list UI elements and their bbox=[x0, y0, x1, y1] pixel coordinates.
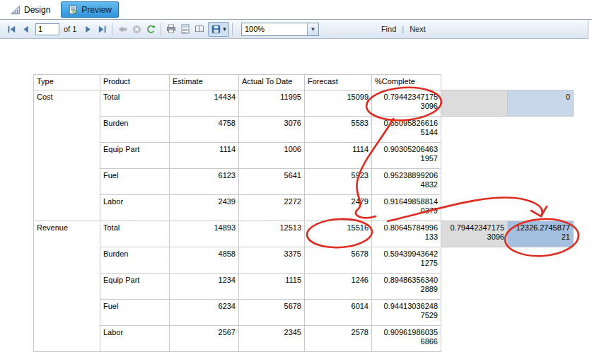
cell-actual: 11995 bbox=[239, 90, 305, 117]
last-page-button[interactable] bbox=[95, 22, 109, 36]
cell-actual: 3076 bbox=[239, 117, 305, 143]
tab-preview[interactable]: Preview bbox=[61, 1, 119, 18]
cell-product: Fuel bbox=[100, 169, 170, 195]
cell-estimate: 2439 bbox=[170, 195, 239, 221]
cell-forecast: 5583 bbox=[305, 117, 372, 143]
tab-design[interactable]: Design bbox=[4, 1, 57, 18]
find-next-link[interactable]: Next bbox=[410, 25, 426, 33]
print-button[interactable] bbox=[164, 22, 178, 36]
cell-extra-blue: 12326.2745877 21 bbox=[508, 221, 574, 247]
cell-actual: 2345 bbox=[239, 326, 305, 352]
table-row: Labor 2439 2272 2479 0.91649858814 0379 bbox=[34, 195, 574, 221]
first-page-icon bbox=[6, 24, 17, 35]
cell-estimate: 14434 bbox=[170, 90, 239, 117]
zoom-value: 100% bbox=[242, 25, 307, 33]
find-next-divider: | bbox=[402, 25, 404, 33]
cell-pct-complete: 0.80645784996 133 bbox=[372, 221, 441, 247]
cell-product: Labor bbox=[100, 326, 170, 352]
table-row: Cost Total 14434 11995 15099 0.794423471… bbox=[34, 90, 574, 117]
back-to-parent-button[interactable] bbox=[115, 22, 129, 36]
cell-type-group: Revenue bbox=[34, 221, 100, 352]
cell-product: Total bbox=[100, 90, 170, 117]
cell-extra-gray: 0.79442347175 3096 bbox=[441, 221, 508, 247]
cell-forecast: 1114 bbox=[305, 143, 372, 169]
cell-estimate: 1234 bbox=[170, 274, 239, 300]
report-designer-window: Design Preview bbox=[0, 0, 592, 364]
last-page-icon bbox=[97, 24, 108, 35]
refresh-icon bbox=[146, 24, 156, 35]
page-setup-icon bbox=[194, 23, 205, 35]
cell-actual: 2272 bbox=[239, 195, 305, 221]
report-preview-area: Type Product Estimate Actual To Date For… bbox=[0, 39, 592, 364]
cell-estimate: 14893 bbox=[170, 221, 239, 247]
design-tab-icon bbox=[11, 5, 21, 15]
column-header-actual-to-date: Actual To Date bbox=[239, 75, 305, 90]
export-button[interactable]: ▾ bbox=[208, 22, 229, 37]
cell-extra-blue: 0 bbox=[508, 90, 574, 117]
cell-forecast: 1246 bbox=[305, 274, 372, 300]
column-header-type: Type bbox=[34, 75, 100, 90]
page-count-label: of 1 bbox=[64, 25, 76, 33]
cell-product: Equip Part bbox=[100, 143, 170, 169]
page-number-input[interactable] bbox=[35, 23, 59, 35]
print-icon bbox=[166, 23, 177, 35]
cell-actual: 1115 bbox=[239, 274, 305, 300]
table-row: Revenue Total 14893 12513 15516 0.806457… bbox=[34, 221, 574, 247]
tab-design-label: Design bbox=[24, 5, 50, 15]
cell-product: Burden bbox=[100, 247, 170, 274]
cell-actual: 1006 bbox=[239, 143, 305, 169]
cell-forecast: 15516 bbox=[305, 221, 372, 247]
cell-pct-complete: 0.94413036248 7529 bbox=[372, 300, 441, 326]
cell-pct-complete: 0.91649858814 0379 bbox=[372, 195, 441, 221]
cell-pct-complete: 0.90961986035 6866 bbox=[372, 326, 441, 352]
toolbar-separator bbox=[232, 23, 233, 35]
cell-pct-complete: 0.95238899206 4832 bbox=[372, 169, 441, 195]
cell-estimate: 1114 bbox=[170, 143, 239, 169]
zoom-dropdown-icon[interactable]: ▼ bbox=[307, 23, 318, 35]
cell-forecast: 15099 bbox=[305, 90, 372, 117]
cell-actual: 5641 bbox=[239, 169, 305, 195]
cell-pct-complete: 0.59439943642 1275 bbox=[372, 247, 441, 274]
cell-extra-gray bbox=[441, 90, 508, 117]
page-setup-button[interactable] bbox=[192, 22, 207, 36]
column-header-product: Product bbox=[100, 75, 170, 90]
previous-page-button[interactable] bbox=[18, 22, 33, 36]
table-row: Fuel 6123 5641 5923 0.95238899206 4832 bbox=[34, 169, 574, 195]
next-page-button[interactable] bbox=[81, 22, 95, 36]
cell-forecast: 2479 bbox=[305, 195, 372, 221]
cell-actual: 3375 bbox=[239, 247, 305, 274]
toolbar-separator bbox=[161, 23, 161, 35]
cell-pct-complete: 0.55095826616 5144 bbox=[372, 117, 441, 143]
cell-product: Burden bbox=[100, 117, 170, 143]
cell-estimate: 6123 bbox=[170, 169, 239, 195]
cell-forecast: 5923 bbox=[305, 169, 372, 195]
refresh-button[interactable] bbox=[144, 22, 158, 36]
zoom-select[interactable]: 100% ▼ bbox=[241, 23, 319, 36]
cell-type-group: Cost bbox=[34, 90, 100, 221]
find-link[interactable]: Find bbox=[381, 25, 396, 33]
first-page-button[interactable] bbox=[4, 22, 18, 36]
table-row: Equip Part 1234 1115 1246 0.89486356340 … bbox=[34, 274, 574, 300]
cell-pct-complete: 0.90305206463 1957 bbox=[372, 143, 441, 169]
preview-toolbar: of 1 bbox=[0, 20, 588, 39]
cell-product: Equip Part bbox=[100, 274, 170, 300]
cell-forecast: 6014 bbox=[305, 300, 372, 326]
cell-product: Fuel bbox=[100, 300, 170, 326]
table-row: Burden 4858 3375 5678 0.59439943642 1275 bbox=[34, 247, 574, 274]
preview-tab-icon bbox=[68, 5, 78, 15]
cell-forecast: 2578 bbox=[305, 326, 372, 352]
cell-estimate: 4758 bbox=[170, 117, 239, 143]
stop-icon bbox=[132, 24, 142, 35]
print-layout-button[interactable] bbox=[178, 22, 192, 36]
cell-pct-complete: 0.89486356340 2889 bbox=[372, 274, 441, 300]
report-table: Type Product Estimate Actual To Date For… bbox=[33, 74, 574, 352]
stop-button[interactable] bbox=[129, 22, 144, 36]
dropdown-caret-icon: ▾ bbox=[223, 25, 226, 33]
column-header-estimate: Estimate bbox=[170, 75, 239, 90]
cell-estimate: 6234 bbox=[170, 300, 239, 326]
table-row: Fuel 6234 5678 6014 0.94413036248 7529 bbox=[34, 300, 574, 326]
table-row: Labor 2567 2345 2578 0.90961986035 6866 bbox=[34, 326, 574, 352]
cell-estimate: 4858 bbox=[170, 247, 239, 274]
find-controls: Find | Next bbox=[381, 25, 426, 33]
tab-preview-label: Preview bbox=[81, 5, 112, 15]
